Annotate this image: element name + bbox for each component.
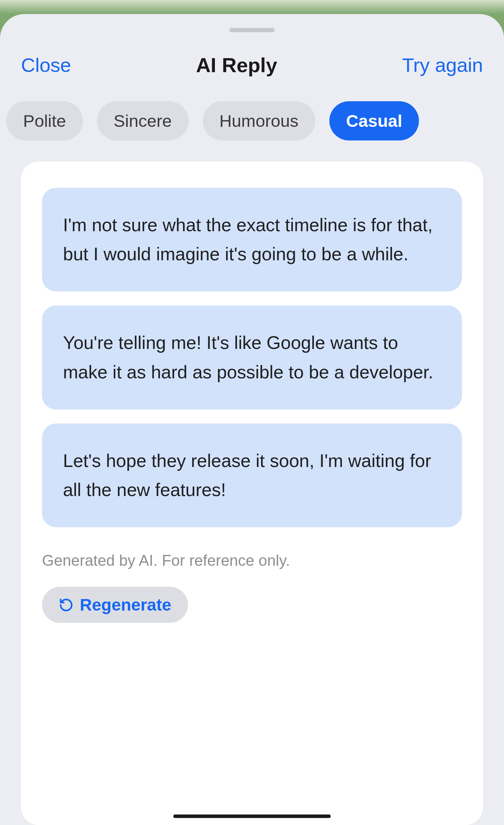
reply-suggestion[interactable]: Let's hope they release it soon, I'm wai…: [42, 424, 462, 527]
drag-handle[interactable]: [229, 28, 275, 32]
refresh-icon: [59, 598, 74, 612]
reply-suggestion[interactable]: You're telling me! It's like Google want…: [42, 305, 462, 409]
tone-chip-sincere[interactable]: Sincere: [97, 101, 189, 140]
home-indicator[interactable]: [173, 814, 331, 818]
regenerate-label: Regenerate: [80, 595, 171, 614]
sheet-header: Close AI Reply Try again: [0, 32, 504, 91]
close-button[interactable]: Close: [21, 54, 71, 76]
regenerate-button[interactable]: Regenerate: [42, 587, 188, 623]
suggestions-card: I'm not sure what the exact timeline is …: [21, 161, 483, 825]
try-again-button[interactable]: Try again: [402, 54, 483, 76]
tone-chip-polite[interactable]: Polite: [6, 101, 83, 140]
ai-disclaimer: Generated by AI. For reference only.: [42, 552, 462, 569]
tone-chip-row: Polite Sincere Humorous Casual: [0, 91, 504, 161]
sheet-title: AI Reply: [196, 53, 277, 77]
bottom-sheet: Close AI Reply Try again Polite Sincere …: [0, 14, 504, 825]
tone-chip-humorous[interactable]: Humorous: [203, 101, 315, 140]
reply-suggestion[interactable]: I'm not sure what the exact timeline is …: [42, 188, 462, 291]
background-strip: [0, 0, 504, 14]
tone-chip-casual[interactable]: Casual: [329, 101, 419, 140]
